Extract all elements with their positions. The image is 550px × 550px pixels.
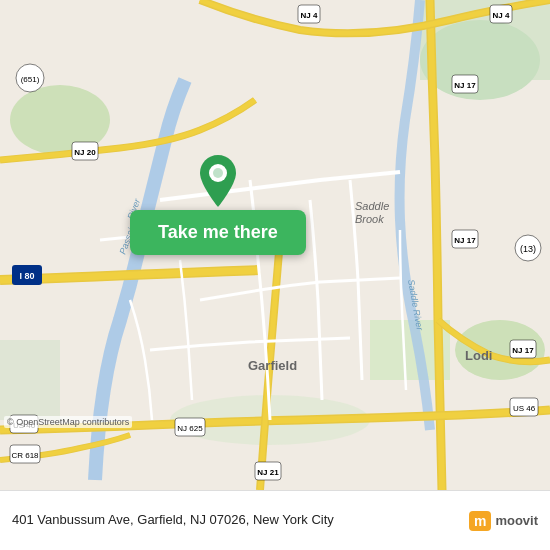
svg-point-44 <box>213 168 223 178</box>
take-me-button[interactable]: Take me there <box>130 210 306 255</box>
svg-text:NJ 21: NJ 21 <box>257 468 279 477</box>
svg-text:NJ 625: NJ 625 <box>177 424 203 433</box>
svg-text:NJ 17: NJ 17 <box>454 236 476 245</box>
svg-text:(13): (13) <box>520 244 536 254</box>
svg-text:CR 618: CR 618 <box>11 451 39 460</box>
svg-text:NJ 17: NJ 17 <box>454 81 476 90</box>
take-me-button-container: Take me there <box>130 155 306 255</box>
moovit-letter: m <box>469 511 491 531</box>
svg-text:NJ 17: NJ 17 <box>512 346 534 355</box>
svg-text:NJ 4: NJ 4 <box>301 11 318 20</box>
svg-text:Garfield: Garfield <box>248 358 297 373</box>
svg-text:Saddle: Saddle <box>355 200 389 212</box>
svg-text:Brook: Brook <box>355 213 384 225</box>
svg-text:Lodi: Lodi <box>465 348 492 363</box>
svg-text:US 46: US 46 <box>513 404 536 413</box>
svg-text:I 80: I 80 <box>19 271 34 281</box>
svg-rect-6 <box>0 340 60 420</box>
address-line1: 401 Vanbussum Ave, Garfield, NJ 07026, <box>12 512 249 527</box>
map-pin-icon <box>193 155 243 215</box>
svg-text:NJ 20: NJ 20 <box>74 148 96 157</box>
map-container: I 80 NJ 4 NJ 4 NJ 20 NJ 17 NJ 17 NJ 17 (… <box>0 0 550 490</box>
svg-text:(651): (651) <box>21 75 40 84</box>
address-text: 401 Vanbussum Ave, Garfield, NJ 07026, N… <box>12 511 334 529</box>
moovit-brand-text: moovit <box>495 513 538 528</box>
address-line2: New York City <box>253 512 334 527</box>
svg-text:NJ 4: NJ 4 <box>493 11 510 20</box>
osm-attribution: © OpenStreetMap contributors <box>4 416 132 428</box>
moovit-logo: m moovit <box>469 511 538 531</box>
info-bar: 401 Vanbussum Ave, Garfield, NJ 07026, N… <box>0 490 550 550</box>
